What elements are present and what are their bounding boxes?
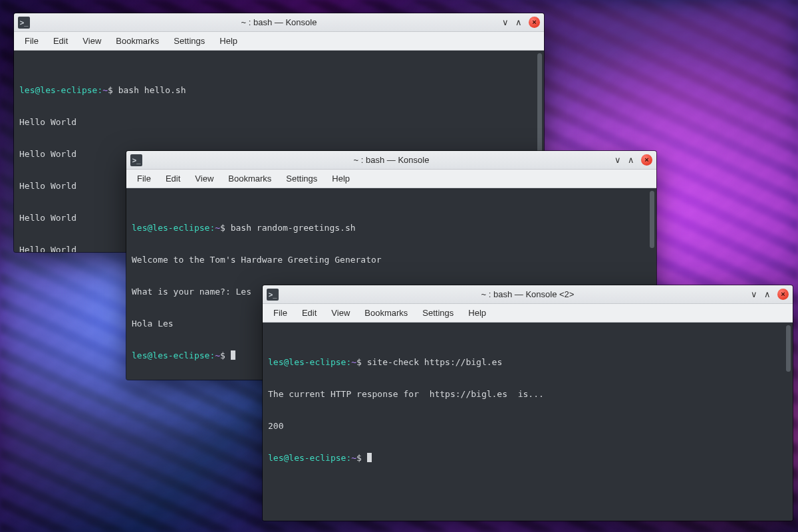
cursor — [231, 350, 235, 360]
menu-bookmarks[interactable]: Bookmarks — [221, 172, 278, 186]
menu-settings[interactable]: Settings — [167, 34, 211, 48]
window-controls: ∨ ∧ × — [502, 17, 540, 28]
titlebar[interactable]: >_ ~ : bash — Konsole <2> ∨ ∧ × — [263, 285, 793, 304]
menubar: File Edit View Bookmarks Settings Help — [263, 304, 793, 323]
close-button[interactable]: × — [641, 154, 652, 166]
menu-help[interactable]: Help — [213, 34, 244, 48]
menu-file[interactable]: File — [130, 172, 158, 186]
scrollbar[interactable] — [786, 325, 791, 372]
output-line: The current HTTP response for https://bi… — [268, 389, 787, 400]
window-title: ~ : bash — Konsole — [126, 155, 656, 165]
maximize-button[interactable]: ∧ — [515, 18, 522, 27]
menu-view[interactable]: View — [188, 172, 220, 186]
menu-help[interactable]: Help — [325, 172, 356, 186]
titlebar[interactable]: >_ ~ : bash — Konsole ∨ ∧ × — [126, 151, 656, 170]
window-title: ~ : bash — Konsole <2> — [263, 289, 793, 299]
menu-file[interactable]: File — [267, 306, 294, 320]
menu-view[interactable]: View — [325, 306, 356, 320]
menu-bookmarks[interactable]: Bookmarks — [109, 34, 166, 48]
terminal-area[interactable]: les@les-eclipse:~$ site-check https://bi… — [263, 323, 793, 521]
konsole-icon: >_ — [130, 154, 142, 166]
output-line: Hello World — [19, 117, 539, 128]
menubar: File Edit View Bookmarks Settings Help — [126, 170, 656, 188]
maximize-button[interactable]: ∧ — [764, 290, 771, 299]
output-line: 200 — [268, 421, 787, 432]
minimize-button[interactable]: ∨ — [502, 18, 509, 27]
terminal-window-3[interactable]: >_ ~ : bash — Konsole <2> ∨ ∧ × File Edi… — [263, 285, 793, 521]
menu-file[interactable]: File — [18, 34, 45, 48]
menu-settings[interactable]: Settings — [416, 306, 460, 320]
close-button[interactable]: × — [777, 289, 789, 300]
konsole-icon: >_ — [267, 289, 279, 301]
minimize-button[interactable]: ∨ — [751, 290, 757, 299]
minimize-button[interactable]: ∨ — [614, 156, 621, 164]
maximize-button[interactable]: ∧ — [628, 156, 634, 164]
cursor — [367, 453, 372, 462]
menu-edit[interactable]: Edit — [47, 34, 74, 48]
titlebar[interactable]: >_ ~ : bash — Konsole ∨ ∧ × — [14, 13, 544, 32]
window-controls: ∨ ∧ × — [614, 154, 652, 166]
window-title: ~ : bash — Konsole — [14, 17, 544, 27]
scrollbar[interactable] — [650, 191, 654, 248]
menubar: File Edit View Bookmarks Settings Help — [14, 32, 544, 51]
command: site-check https://bigl.es — [367, 357, 503, 367]
window-controls: ∨ ∧ × — [751, 289, 789, 300]
output-line: Welcome to the Tom's Hardware Greeting G… — [132, 255, 651, 265]
close-button[interactable]: × — [529, 17, 540, 28]
menu-help[interactable]: Help — [462, 306, 493, 320]
menu-settings[interactable]: Settings — [279, 172, 324, 186]
menu-view[interactable]: View — [76, 34, 108, 48]
konsole-icon: >_ — [18, 17, 30, 29]
menu-edit[interactable]: Edit — [159, 172, 187, 186]
command: bash hello.sh — [118, 85, 186, 95]
menu-edit[interactable]: Edit — [295, 306, 323, 320]
command: bash random-greetings.sh — [231, 223, 356, 233]
menu-bookmarks[interactable]: Bookmarks — [358, 306, 414, 320]
